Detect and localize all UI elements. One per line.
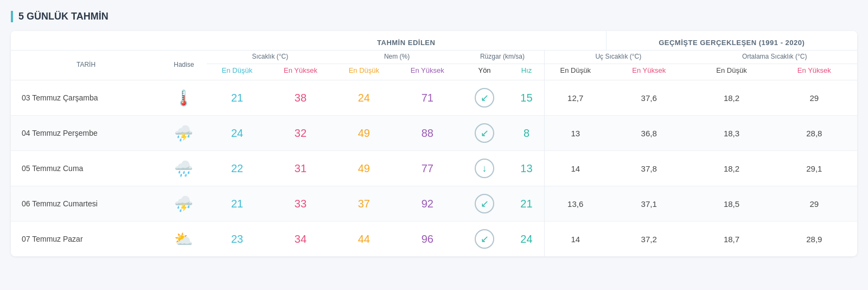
ruzgar-group: Rüzgar (km/sa) bbox=[461, 51, 545, 64]
date-cell: 05 Temmuz Cuma bbox=[11, 151, 161, 186]
nem-dusuk-cell: 37 bbox=[334, 186, 394, 222]
icon-cell: ⛈️ bbox=[161, 186, 207, 222]
sic-dusuk-cell: 22 bbox=[207, 151, 267, 186]
wind-direction-icon: ↙ bbox=[475, 88, 494, 108]
sic-dusuk-cell: 24 bbox=[207, 116, 267, 151]
nem-dusuk-header: En Düşük bbox=[334, 64, 394, 80]
sic-dusuk-header: En Düşük bbox=[207, 64, 267, 80]
sic-dusuk-cell: 21 bbox=[207, 80, 267, 116]
hadise-sub: Hadise bbox=[161, 51, 207, 80]
ort-dusuk-cell: 18,3 bbox=[692, 116, 771, 151]
ort-yuksek-cell: 28,9 bbox=[771, 222, 857, 257]
hiz-header: Hız bbox=[509, 64, 545, 80]
yon-cell: ↙ bbox=[461, 222, 509, 257]
uc-yuksek-cell: 37,6 bbox=[606, 80, 692, 116]
nem-yuksek-cell: 92 bbox=[394, 186, 460, 222]
yon-cell: ↙ bbox=[461, 186, 509, 222]
uc-sicaklik-group: Uç Sıcaklık (°C) bbox=[545, 51, 692, 64]
table-row: 07 Temmuz Pazar ⛅ 23 34 44 96 ↙ 24 14 37… bbox=[11, 222, 857, 257]
icon-cell: ⛈️ bbox=[161, 116, 207, 151]
date-cell: 03 Temmuz Çarşamba bbox=[11, 80, 161, 116]
nem-yuksek-cell: 77 bbox=[394, 151, 460, 186]
uc-dusuk-header: En Düşük bbox=[545, 64, 606, 80]
tahmin-section-header: TAHMİN EDİLEN bbox=[207, 31, 606, 51]
yon-header: Yön bbox=[461, 64, 509, 80]
table-row: 03 Temmuz Çarşamba 🌡️ 21 38 24 71 ↙ 15 1… bbox=[11, 80, 857, 116]
ort-dusuk-cell: 18,2 bbox=[692, 151, 771, 186]
icon-cell: ⛅ bbox=[161, 222, 207, 257]
nem-dusuk-cell: 49 bbox=[334, 116, 394, 151]
nem-yuksek-cell: 71 bbox=[394, 80, 460, 116]
ort-dusuk-cell: 18,7 bbox=[692, 222, 771, 257]
sic-dusuk-cell: 21 bbox=[207, 186, 267, 222]
table-row: 06 Temmuz Cumartesi ⛈️ 21 33 37 92 ↙ 21 … bbox=[11, 186, 857, 222]
nem-dusuk-cell: 49 bbox=[334, 151, 394, 186]
ort-dusuk-cell: 18,5 bbox=[692, 186, 771, 222]
uc-yuksek-cell: 37,2 bbox=[606, 222, 692, 257]
nem-yuksek-header: En Yüksek bbox=[394, 64, 460, 80]
uc-dusuk-cell: 13,6 bbox=[545, 186, 606, 222]
yon-cell: ↓ bbox=[461, 151, 509, 186]
wind-direction-icon: ↙ bbox=[475, 123, 494, 143]
tarih-header bbox=[11, 31, 207, 51]
tarih-sub: TARİH bbox=[11, 51, 161, 80]
uc-dusuk-cell: 14 bbox=[545, 222, 606, 257]
icon-cell: 🌡️ bbox=[161, 80, 207, 116]
gecmis-section-header: GEÇMİŞTE GERÇEKLEŞEN (1991 - 2020) bbox=[606, 31, 857, 51]
forecast-table: TAHMİN EDİLEN GEÇMİŞTE GERÇEKLEŞEN (1991… bbox=[11, 31, 857, 256]
uc-dusuk-cell: 13 bbox=[545, 116, 606, 151]
uc-yuksek-cell: 36,8 bbox=[606, 116, 692, 151]
sic-yuksek-cell: 32 bbox=[267, 116, 333, 151]
uc-dusuk-cell: 14 bbox=[545, 151, 606, 186]
ort-yuksek-header: En Yüksek bbox=[771, 64, 857, 80]
ort-yuksek-cell: 29,1 bbox=[771, 151, 857, 186]
sic-yuksek-cell: 34 bbox=[267, 222, 333, 257]
uc-yuksek-header: En Yüksek bbox=[606, 64, 692, 80]
ort-dusuk-cell: 18,2 bbox=[692, 80, 771, 116]
sic-dusuk-cell: 23 bbox=[207, 222, 267, 257]
ort-yuksek-cell: 28,8 bbox=[771, 116, 857, 151]
ort-yuksek-cell: 29 bbox=[771, 186, 857, 222]
yon-cell: ↙ bbox=[461, 80, 509, 116]
icon-cell: 🌧️ bbox=[161, 151, 207, 186]
sic-yuksek-cell: 31 bbox=[267, 151, 333, 186]
uc-yuksek-cell: 37,1 bbox=[606, 186, 692, 222]
sic-yuksek-cell: 33 bbox=[267, 186, 333, 222]
sic-yuksek-cell: 38 bbox=[267, 80, 333, 116]
hiz-cell: 8 bbox=[509, 116, 545, 151]
nem-yuksek-cell: 88 bbox=[394, 116, 460, 151]
uc-dusuk-cell: 12,7 bbox=[545, 80, 606, 116]
page-title: 5 GÜNLÜK TAHMİN bbox=[11, 11, 857, 22]
uc-yuksek-cell: 37,8 bbox=[606, 151, 692, 186]
hiz-cell: 13 bbox=[509, 151, 545, 186]
hiz-cell: 15 bbox=[509, 80, 545, 116]
forecast-table-container: TAHMİN EDİLEN GEÇMİŞTE GERÇEKLEŞEN (1991… bbox=[11, 31, 857, 256]
ort-sicaklik-group: Ortalama Sıcaklık (°C) bbox=[692, 51, 857, 64]
nem-dusuk-cell: 24 bbox=[334, 80, 394, 116]
ort-yuksek-cell: 29 bbox=[771, 80, 857, 116]
table-row: 04 Temmuz Perşembe ⛈️ 24 32 49 88 ↙ 8 13… bbox=[11, 116, 857, 151]
hiz-cell: 21 bbox=[509, 186, 545, 222]
ort-dusuk-header: En Düşük bbox=[692, 64, 771, 80]
wind-direction-icon: ↙ bbox=[475, 229, 494, 249]
wind-direction-icon: ↙ bbox=[475, 194, 494, 213]
yon-cell: ↙ bbox=[461, 116, 509, 151]
wind-direction-icon: ↓ bbox=[475, 159, 494, 178]
table-row: 05 Temmuz Cuma 🌧️ 22 31 49 77 ↓ 13 14 37… bbox=[11, 151, 857, 186]
hiz-cell: 24 bbox=[509, 222, 545, 257]
date-cell: 07 Temmuz Pazar bbox=[11, 222, 161, 257]
date-cell: 04 Temmuz Perşembe bbox=[11, 116, 161, 151]
nem-group: Nem (%) bbox=[334, 51, 461, 64]
nem-yuksek-cell: 96 bbox=[394, 222, 460, 257]
sic-yuksek-header: En Yüksek bbox=[267, 64, 333, 80]
date-cell: 06 Temmuz Cumartesi bbox=[11, 186, 161, 222]
nem-dusuk-cell: 44 bbox=[334, 222, 394, 257]
sicaklik-group: Sıcaklık (°C) bbox=[207, 51, 334, 64]
